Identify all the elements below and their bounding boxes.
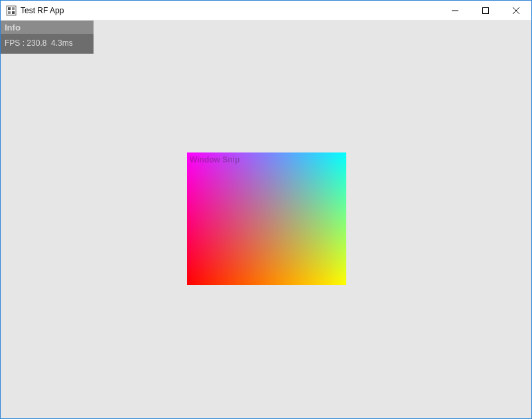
svg-rect-2 bbox=[12, 7, 15, 10]
svg-rect-3 bbox=[8, 11, 11, 14]
info-panel-title: Info bbox=[5, 23, 21, 32]
svg-rect-1 bbox=[8, 7, 11, 10]
window-controls bbox=[440, 1, 531, 20]
frame-time: 4.3ms bbox=[51, 38, 73, 48]
quad-title: Window Snip bbox=[190, 155, 239, 164]
window-title: Test RF App bbox=[21, 6, 440, 15]
app-icon bbox=[6, 5, 17, 16]
svg-rect-4 bbox=[12, 11, 15, 14]
maximize-button[interactable] bbox=[470, 1, 501, 20]
minimize-button[interactable] bbox=[440, 1, 470, 20]
app-window: Test RF App Info FPS : 230.8 4.3ms bbox=[0, 0, 532, 419]
client-area: Info FPS : 230.8 4.3ms bbox=[1, 21, 531, 418]
svg-rect-6 bbox=[483, 7, 489, 13]
color-gradient-quad: Window Snip bbox=[187, 152, 346, 285]
svg-rect-11 bbox=[187, 152, 346, 285]
info-panel-header[interactable]: Info bbox=[1, 21, 94, 34]
title-bar[interactable]: Test RF App bbox=[1, 1, 531, 21]
fps-label: FPS : bbox=[5, 38, 25, 48]
fps-value: 230.8 bbox=[27, 38, 46, 48]
close-button[interactable] bbox=[501, 1, 531, 20]
info-panel: Info FPS : 230.8 4.3ms bbox=[1, 21, 94, 54]
info-panel-body: FPS : 230.8 4.3ms bbox=[1, 34, 94, 54]
